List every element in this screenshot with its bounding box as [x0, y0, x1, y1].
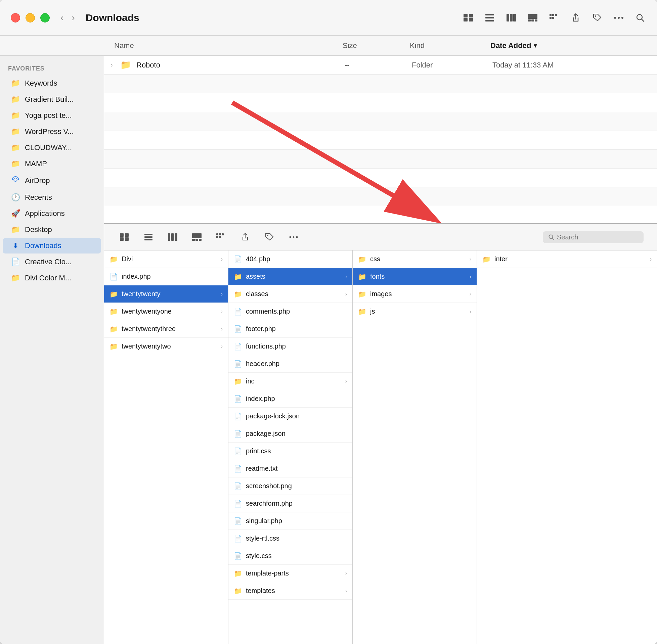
browser-row-functions-php[interactable]: 📄 functions.php	[228, 338, 352, 355]
sidebar-item-cloudway[interactable]: 📁 CLOUDWAY...	[3, 140, 101, 156]
browser-row-template-parts[interactable]: 📁 template-parts ›	[228, 565, 352, 582]
browser-row-css[interactable]: 📁 css ›	[353, 251, 477, 268]
list-view-btn-bottom[interactable]	[142, 230, 155, 244]
sidebar-item-desktop[interactable]: 📁 Desktop	[3, 222, 101, 237]
php-file-icon: 📄	[234, 360, 242, 368]
sidebar-item-downloads[interactable]: ⬇ Downloads	[3, 238, 101, 253]
browser-item-name: inc	[246, 377, 341, 385]
close-button[interactable]	[11, 13, 20, 23]
browser-row-print-css[interactable]: 📄 print.css	[228, 442, 352, 460]
back-button[interactable]: ‹	[58, 11, 66, 24]
col-header-kind[interactable]: Kind	[410, 41, 491, 50]
browser-row-package-json[interactable]: 📄 package.json	[228, 425, 352, 442]
window-title: Downloads	[86, 12, 454, 23]
svg-rect-43	[219, 233, 221, 235]
recents-icon: 🕐	[11, 193, 20, 202]
browser-item-name: images	[370, 290, 466, 298]
icon-view-btn-bottom[interactable]	[117, 230, 131, 244]
browser-row-index-php-2[interactable]: 📄 index.php	[228, 390, 352, 408]
sidebar-item-wordpress[interactable]: 📁 WordPress V...	[3, 124, 101, 139]
browser-row-footer-php[interactable]: 📄 footer.php	[228, 320, 352, 338]
sidebar-item-divi-color[interactable]: 📁 Divi Color M...	[3, 270, 101, 286]
file-row-roboto[interactable]: › 📁 Roboto -- Folder Today at 11:33 AM	[104, 56, 657, 74]
browser-row-twentytwentythree[interactable]: 📁 twentytwentythree ›	[104, 320, 228, 338]
tag-btn-bottom[interactable]	[263, 230, 276, 244]
sidebar-item-mamp[interactable]: 📁 MAMP	[3, 156, 101, 171]
fullscreen-button[interactable]	[40, 13, 50, 23]
col-header-size[interactable]: Size	[343, 41, 410, 50]
search-input[interactable]	[557, 233, 624, 241]
sidebar-item-yoga[interactable]: 📁 Yoga post te...	[3, 108, 101, 123]
browser-row-readme-txt[interactable]: 📄 readme.txt	[228, 460, 352, 478]
browser-row-index-php[interactable]: 📄 index.php	[104, 268, 228, 285]
browser-row-twentytwentyone[interactable]: 📁 twentytwentyone ›	[104, 303, 228, 320]
browser-row-fonts[interactable]: 📁 fonts ›	[353, 268, 477, 285]
sidebar-item-label: Applications	[25, 209, 65, 218]
folder-icon: 📁	[119, 59, 132, 72]
finder-window: ‹ › Downloads	[0, 0, 657, 644]
list-view-button[interactable]	[484, 12, 496, 24]
browser-item-name: functions.php	[246, 343, 347, 350]
sidebar-item-recents[interactable]: 🕐 Recents	[3, 190, 101, 205]
search-bar[interactable]	[543, 231, 643, 243]
share-button[interactable]	[570, 12, 582, 24]
group-by-button[interactable]	[548, 12, 560, 24]
browser-row-comments-php[interactable]: 📄 comments.php	[228, 303, 352, 320]
browser-row-images[interactable]: 📁 images ›	[353, 285, 477, 303]
browser-row-screenshot-png[interactable]: 📄 screenshot.png	[228, 478, 352, 495]
sidebar-item-creative-cloud[interactable]: 📄 Creative Clo...	[3, 254, 101, 270]
browser-row-twentytwenty[interactable]: 📁 twentytwenty ›	[104, 285, 228, 303]
browser-row-searchform-php[interactable]: 📄 searchform.php	[228, 495, 352, 512]
browser-row-404-php[interactable]: 📄 404.php	[228, 251, 352, 268]
sidebar-item-keywords[interactable]: 📁 Keywords	[3, 75, 101, 91]
svg-point-48	[290, 236, 291, 238]
browser-row-classes[interactable]: 📁 classes ›	[228, 285, 352, 303]
svg-rect-44	[222, 233, 224, 235]
browser-row-package-lock-json[interactable]: 📄 package-lock.json	[228, 408, 352, 425]
share-btn-bottom[interactable]	[239, 230, 252, 244]
svg-rect-35	[168, 233, 170, 241]
gallery-view-btn-bottom[interactable]	[190, 230, 204, 244]
svg-rect-1	[469, 14, 473, 18]
sidebar-item-label: MAMP	[25, 160, 47, 168]
gallery-view-button[interactable]	[527, 12, 539, 24]
sidebar-item-airdrop[interactable]: AirDrop	[3, 172, 101, 189]
browser-row-style-css[interactable]: 📄 style.css	[228, 547, 352, 565]
minimize-button[interactable]	[25, 13, 35, 23]
folder-icon: 📁	[11, 111, 20, 120]
airdrop-icon	[11, 176, 20, 186]
browser-row-assets[interactable]: 📁 assets ›	[228, 268, 352, 285]
browser-item-name: templates	[246, 587, 341, 595]
sidebar-item-gradient[interactable]: 📁 Gradient Buil...	[3, 92, 101, 107]
browser-row-js[interactable]: 📁 js ›	[353, 303, 477, 320]
folder-icon: 📁	[11, 95, 20, 104]
browser-row-inc[interactable]: 📁 inc ›	[228, 373, 352, 390]
group-btn-bottom[interactable]	[214, 230, 228, 244]
icon-view-button[interactable]	[462, 12, 474, 24]
browser-item-name: assets	[246, 273, 341, 280]
browser-row-header-php[interactable]: 📄 header.php	[228, 355, 352, 373]
tag-button[interactable]	[591, 12, 603, 24]
browser-row-style-rtl-css[interactable]: 📄 style-rtl.css	[228, 530, 352, 547]
column-view-btn-bottom[interactable]	[166, 230, 179, 244]
sidebar-item-applications[interactable]: 🚀 Applications	[3, 206, 101, 221]
svg-point-21	[618, 17, 620, 19]
chevron-right-icon: ›	[345, 291, 347, 297]
sidebar-item-label: Creative Clo...	[25, 257, 71, 266]
svg-rect-15	[552, 14, 554, 16]
col-header-name[interactable]: Name	[108, 41, 343, 50]
browser-row-inter[interactable]: 📁 inter ›	[477, 251, 657, 268]
more-btn-bottom[interactable]	[287, 230, 300, 244]
chevron-right-icon: ›	[221, 308, 223, 315]
svg-rect-30	[120, 237, 123, 241]
browser-row-templates[interactable]: 📁 templates ›	[228, 582, 352, 600]
more-button[interactable]	[613, 12, 625, 24]
forward-button[interactable]: ›	[69, 11, 77, 24]
browser-row-singular-php[interactable]: 📄 singular.php	[228, 512, 352, 530]
browser-row-divi[interactable]: 📁 Divi ›	[104, 251, 228, 268]
col-header-date[interactable]: Date Added ▾	[491, 41, 657, 50]
search-button[interactable]	[634, 12, 646, 24]
column-view-button[interactable]	[505, 12, 517, 24]
browser-row-twentytwentytwo[interactable]: 📁 twentytwentytwo ›	[104, 338, 228, 355]
expand-arrow[interactable]: ›	[111, 62, 119, 68]
